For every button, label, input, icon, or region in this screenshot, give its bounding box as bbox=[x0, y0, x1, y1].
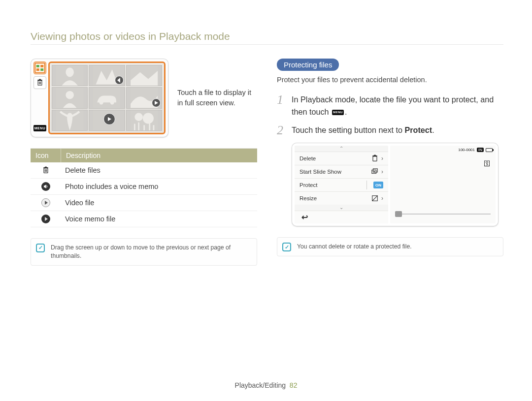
menu-item-slideshow: Start Slide Show › bbox=[295, 165, 388, 178]
thumbnail-caption: Touch a file to display it in full scree… bbox=[177, 88, 256, 108]
table-row: Voice memo file bbox=[31, 211, 257, 227]
menu-item-protect: Protect ON bbox=[295, 178, 388, 191]
thumb bbox=[126, 110, 162, 131]
table-row: Photo includes a voice memo bbox=[31, 179, 257, 195]
column-right: Protecting files Protect your files to p… bbox=[277, 59, 503, 266]
resize-icon bbox=[371, 195, 378, 202]
thumb bbox=[89, 87, 125, 108]
chevron-up-icon: ⌃ bbox=[295, 146, 388, 152]
preview-panel: 100-0001 IN ⚿ bbox=[390, 146, 496, 223]
svg-rect-28 bbox=[45, 167, 47, 167]
svg-rect-7 bbox=[39, 79, 41, 80]
menu-item-resize: Resize › bbox=[295, 191, 388, 205]
th-icon: Icon bbox=[31, 149, 61, 162]
cell-desc: Video file bbox=[61, 196, 257, 210]
step-number: 2 bbox=[277, 124, 286, 137]
file-id: 100-0001 bbox=[458, 148, 475, 152]
thumb bbox=[52, 87, 88, 108]
svg-point-16 bbox=[66, 91, 74, 99]
thumbnail-grid-screenshot: MENU bbox=[31, 59, 168, 137]
th-desc: Description bbox=[61, 149, 257, 162]
step-2: 2 Touch the setting button next to Prote… bbox=[277, 124, 503, 137]
menu-item-delete: Delete › bbox=[295, 152, 388, 165]
thumbnail-grid bbox=[48, 62, 166, 134]
slideshow-icon bbox=[371, 168, 378, 175]
svg-rect-1 bbox=[36, 65, 39, 67]
svg-rect-27 bbox=[43, 167, 48, 168]
trash-icon bbox=[41, 165, 51, 175]
table-header: Icon Description bbox=[31, 149, 257, 162]
step-text-bold: Protect bbox=[404, 125, 432, 134]
column-left: MENU bbox=[31, 59, 257, 266]
note-box: ✓ You cannot delete or rotate a protecte… bbox=[277, 237, 503, 256]
svg-rect-4 bbox=[40, 68, 43, 71]
trash-icon bbox=[33, 76, 46, 89]
cell-desc: Delete files bbox=[61, 163, 257, 177]
svg-rect-0 bbox=[35, 63, 44, 72]
voice-memo-overlay-icon bbox=[115, 76, 124, 85]
menu-label: Protect bbox=[299, 182, 317, 188]
icon-description-table: Icon Description Delete files Photo incl… bbox=[31, 148, 257, 227]
thumb bbox=[126, 87, 162, 108]
on-badge: ON bbox=[373, 182, 383, 188]
thumb bbox=[126, 65, 162, 86]
battery-icon bbox=[486, 148, 493, 152]
chevron-right-icon: › bbox=[381, 155, 383, 162]
thumb bbox=[89, 65, 125, 86]
trash-icon bbox=[371, 155, 378, 162]
section-intro: Protect your files to prevent accidental… bbox=[277, 76, 503, 84]
note-box: ✓ Drag the screen up or down to move to … bbox=[31, 238, 257, 266]
svg-point-19 bbox=[110, 101, 114, 105]
thumb bbox=[52, 65, 88, 86]
section-pill: Protecting files bbox=[277, 59, 339, 71]
table-row: Delete files bbox=[31, 162, 257, 179]
svg-rect-2 bbox=[40, 65, 43, 67]
menu-chip-inline: MENU bbox=[332, 110, 344, 115]
page-footer: Playback/Editing 82 bbox=[0, 381, 532, 389]
note-text: Drag the screen up or down to move to th… bbox=[51, 244, 231, 259]
menu-label: Start Slide Show bbox=[299, 169, 341, 175]
thumb bbox=[52, 110, 88, 131]
chevron-right-icon: › bbox=[381, 195, 383, 202]
svg-point-12 bbox=[66, 67, 74, 77]
back-bar: ↩ bbox=[295, 211, 388, 223]
note-icon: ✓ bbox=[36, 244, 45, 252]
storage-badge: IN bbox=[477, 148, 484, 152]
chevron-down-icon: ⌄ bbox=[295, 205, 388, 211]
svg-rect-33 bbox=[372, 155, 377, 156]
svg-rect-32 bbox=[373, 156, 377, 161]
grid-view-icon bbox=[33, 62, 46, 74]
svg-rect-6 bbox=[37, 80, 42, 81]
page-title: Viewing photos or videos in Playback mod… bbox=[31, 31, 503, 45]
voice-memo-file-icon bbox=[41, 214, 51, 224]
menu-label: Delete bbox=[299, 155, 316, 161]
svg-point-25 bbox=[143, 113, 154, 123]
cell-desc: Voice memo file bbox=[61, 212, 257, 226]
menu-panel: ⌃ Delete › Start Slide Show › Protect ON… bbox=[295, 146, 388, 223]
voice-memo-icon bbox=[41, 182, 51, 191]
step-text-pre: In Playback mode, locate the file you wa… bbox=[292, 95, 494, 116]
step-text-pre: Touch the setting button next to bbox=[292, 125, 404, 134]
menu-label: Resize bbox=[299, 195, 317, 201]
step-text-post: . bbox=[345, 107, 347, 116]
video-overlay-icon bbox=[103, 113, 115, 125]
svg-point-24 bbox=[134, 113, 143, 121]
table-row: Video file bbox=[31, 195, 257, 211]
lock-icon: ⚿ bbox=[484, 159, 491, 167]
svg-point-18 bbox=[100, 101, 103, 105]
back-arrow-icon: ↩ bbox=[301, 213, 308, 222]
step-text-post: . bbox=[432, 125, 434, 134]
menu-chip: MENU bbox=[33, 125, 46, 131]
note-text: You cannot delete or rotate a protected … bbox=[297, 243, 412, 250]
footer-section: Playback/Editing bbox=[235, 381, 286, 389]
video-overlay-icon bbox=[152, 98, 161, 107]
footer-page-number: 82 bbox=[290, 381, 298, 389]
step-number: 1 bbox=[277, 93, 286, 118]
cell-desc: Photo includes a voice memo bbox=[61, 180, 257, 193]
chevron-right-icon: › bbox=[381, 168, 383, 175]
menu-button: MENU bbox=[33, 122, 46, 134]
thumb bbox=[89, 110, 125, 131]
svg-rect-34 bbox=[374, 155, 376, 155]
scroll-slider bbox=[395, 214, 491, 215]
step-1: 1 In Playback mode, locate the file you … bbox=[277, 93, 503, 118]
